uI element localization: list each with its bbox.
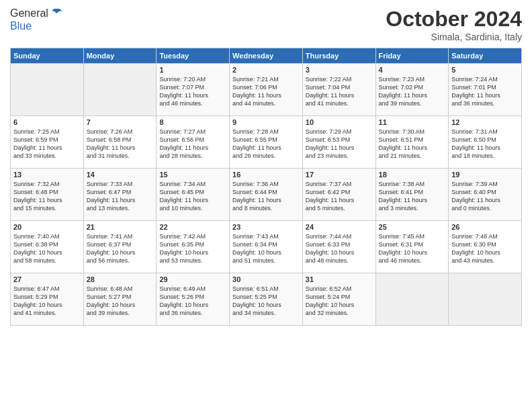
- day-detail: Sunset: 6:40 PM: [451, 188, 519, 196]
- day-detail: Sunset: 7:02 PM: [379, 83, 446, 91]
- day-detail: Sunrise: 7:21 AM: [232, 75, 300, 83]
- day-number: 31: [306, 275, 373, 283]
- day-detail: Sunset: 6:51 PM: [379, 136, 446, 144]
- day-detail: Sunset: 6:31 PM: [379, 240, 446, 248]
- day-detail: Sunrise: 7:34 AM: [159, 180, 226, 188]
- day-number: 21: [87, 223, 154, 231]
- calendar-cell: 5Sunrise: 7:24 AMSunset: 7:01 PMDaylight…: [449, 64, 522, 116]
- day-detail: Daylight: 11 hours: [232, 144, 300, 152]
- day-detail: Sunset: 6:38 PM: [13, 240, 81, 248]
- calendar-cell: 24Sunrise: 7:44 AMSunset: 6:33 PMDayligh…: [302, 221, 375, 273]
- calendar-cell: [83, 64, 157, 116]
- weekday-header: Saturday: [449, 48, 522, 64]
- calendar-cell: [375, 273, 449, 326]
- calendar-cell: 3Sunrise: 7:22 AMSunset: 7:04 PMDaylight…: [302, 64, 375, 116]
- day-detail: Daylight: 10 hours: [451, 248, 519, 257]
- day-detail: and 32 minutes.: [306, 309, 373, 317]
- day-number: 13: [13, 171, 81, 179]
- day-info: Sunrise: 7:24 AMSunset: 7:01 PMDaylight:…: [451, 75, 519, 108]
- day-detail: Sunset: 5:25 PM: [232, 293, 300, 301]
- day-detail: Sunset: 6:44 PM: [232, 188, 300, 196]
- calendar-table: SundayMondayTuesdayWednesdayThursdayFrid…: [10, 48, 522, 326]
- calendar-cell: 15Sunrise: 7:34 AMSunset: 6:45 PMDayligh…: [157, 169, 230, 221]
- calendar-cell: 27Sunrise: 6:47 AMSunset: 5:29 PMDayligh…: [11, 273, 84, 326]
- day-info: Sunrise: 7:45 AMSunset: 6:31 PMDaylight:…: [379, 232, 446, 265]
- day-number: 22: [159, 223, 226, 231]
- day-detail: Daylight: 10 hours: [159, 301, 226, 309]
- calendar-cell: 20Sunrise: 7:40 AMSunset: 6:38 PMDayligh…: [11, 221, 84, 273]
- day-detail: Sunrise: 7:46 AM: [451, 232, 519, 240]
- calendar-cell: 26Sunrise: 7:46 AMSunset: 6:30 PMDayligh…: [449, 221, 522, 273]
- day-number: 24: [306, 223, 373, 231]
- day-detail: Sunrise: 6:51 AM: [232, 285, 300, 293]
- day-detail: Sunset: 6:34 PM: [232, 240, 300, 248]
- weekday-header: Wednesday: [230, 48, 303, 64]
- day-detail: Sunset: 6:58 PM: [87, 136, 154, 144]
- location: Simala, Sardinia, Italy: [386, 32, 522, 42]
- day-detail: Daylight: 11 hours: [87, 196, 154, 204]
- calendar-cell: 23Sunrise: 7:43 AMSunset: 6:34 PMDayligh…: [230, 221, 303, 273]
- day-info: Sunrise: 6:49 AMSunset: 5:26 PMDaylight:…: [159, 285, 226, 318]
- day-detail: Sunrise: 7:24 AM: [451, 75, 519, 83]
- day-detail: and 44 minutes.: [232, 99, 300, 107]
- logo-blue: Blue: [10, 20, 63, 32]
- day-detail: and 46 minutes.: [379, 257, 446, 265]
- calendar-week-row: 13Sunrise: 7:32 AMSunset: 6:48 PMDayligh…: [11, 169, 522, 221]
- day-detail: Daylight: 10 hours: [306, 301, 373, 309]
- day-detail: Sunrise: 7:26 AM: [87, 128, 154, 136]
- day-number: 11: [379, 118, 446, 126]
- day-info: Sunrise: 7:28 AMSunset: 6:55 PMDaylight:…: [232, 128, 300, 161]
- day-detail: Sunset: 5:26 PM: [159, 293, 226, 301]
- day-number: 15: [159, 171, 226, 179]
- calendar-cell: 11Sunrise: 7:30 AMSunset: 6:51 PMDayligh…: [375, 116, 449, 169]
- day-detail: Daylight: 11 hours: [451, 196, 519, 204]
- day-detail: and 53 minutes.: [159, 257, 226, 265]
- day-detail: Daylight: 11 hours: [451, 144, 519, 152]
- day-detail: and 28 minutes.: [159, 152, 226, 160]
- day-info: Sunrise: 7:41 AMSunset: 6:37 PMDaylight:…: [87, 232, 154, 265]
- calendar-cell: 28Sunrise: 6:48 AMSunset: 5:27 PMDayligh…: [83, 273, 157, 326]
- day-info: Sunrise: 7:26 AMSunset: 6:58 PMDaylight:…: [87, 128, 154, 161]
- day-info: Sunrise: 7:36 AMSunset: 6:44 PMDaylight:…: [232, 180, 300, 213]
- day-detail: and 51 minutes.: [232, 257, 300, 265]
- day-number: 28: [87, 275, 154, 283]
- day-detail: Daylight: 11 hours: [232, 196, 300, 204]
- day-detail: and 58 minutes.: [13, 257, 81, 265]
- day-number: 26: [451, 223, 519, 231]
- day-detail: Sunrise: 7:27 AM: [159, 128, 226, 136]
- day-detail: Daylight: 11 hours: [13, 144, 81, 152]
- day-detail: Sunrise: 7:40 AM: [13, 232, 81, 240]
- day-detail: Daylight: 11 hours: [232, 91, 300, 99]
- day-number: 19: [451, 171, 519, 179]
- day-number: 17: [306, 171, 373, 179]
- header: General Blue October 2024 Simala, Sardin…: [10, 7, 522, 42]
- day-detail: Sunset: 6:42 PM: [306, 188, 373, 196]
- calendar-cell: 30Sunrise: 6:51 AMSunset: 5:25 PMDayligh…: [230, 273, 303, 326]
- calendar-cell: 17Sunrise: 7:37 AMSunset: 6:42 PMDayligh…: [302, 169, 375, 221]
- day-info: Sunrise: 7:20 AMSunset: 7:07 PMDaylight:…: [159, 75, 226, 108]
- day-detail: Daylight: 10 hours: [87, 248, 154, 257]
- day-detail: Sunset: 6:41 PM: [379, 188, 446, 196]
- day-info: Sunrise: 7:38 AMSunset: 6:41 PMDaylight:…: [379, 180, 446, 213]
- day-detail: Sunset: 6:50 PM: [451, 136, 519, 144]
- day-detail: Sunrise: 7:45 AM: [379, 232, 446, 240]
- logo-bird-icon: [50, 7, 63, 20]
- day-detail: Daylight: 11 hours: [159, 196, 226, 204]
- day-number: 6: [13, 118, 81, 126]
- calendar-cell: 8Sunrise: 7:27 AMSunset: 6:56 PMDaylight…: [157, 116, 230, 169]
- day-detail: Sunset: 6:45 PM: [159, 188, 226, 196]
- day-detail: Daylight: 11 hours: [159, 91, 226, 99]
- day-detail: Daylight: 11 hours: [379, 144, 446, 152]
- day-detail: Daylight: 11 hours: [159, 144, 226, 152]
- day-detail: and 34 minutes.: [232, 309, 300, 317]
- day-detail: Daylight: 10 hours: [306, 248, 373, 257]
- day-number: 9: [232, 118, 300, 126]
- day-detail: and 39 minutes.: [379, 99, 446, 107]
- day-info: Sunrise: 7:27 AMSunset: 6:56 PMDaylight:…: [159, 128, 226, 161]
- day-detail: Sunset: 5:27 PM: [87, 293, 154, 301]
- day-detail: Daylight: 10 hours: [232, 301, 300, 309]
- calendar-cell: 25Sunrise: 7:45 AMSunset: 6:31 PMDayligh…: [375, 221, 449, 273]
- day-detail: and 10 minutes.: [159, 204, 226, 212]
- weekday-header: Thursday: [302, 48, 375, 64]
- day-detail: Sunset: 5:29 PM: [13, 293, 81, 301]
